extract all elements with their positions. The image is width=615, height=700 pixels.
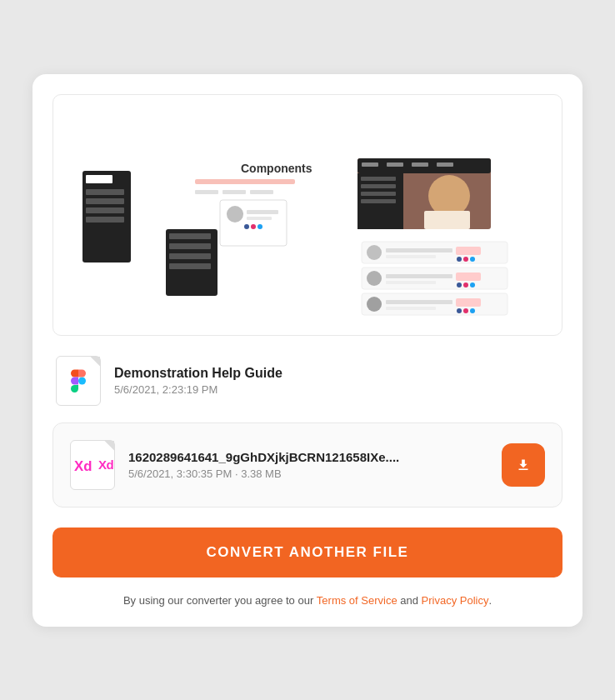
svg-point-59 (463, 308, 468, 313)
preview-area: Components (52, 94, 562, 336)
preview-svg: Components (67, 112, 548, 317)
svg-point-44 (470, 257, 475, 262)
source-file-row: Demonstration Help Guide 5/6/2021, 2:23:… (52, 356, 562, 406)
svg-text:Components: Components (241, 162, 312, 175)
svg-point-42 (457, 257, 462, 262)
svg-rect-6 (86, 217, 124, 222)
svg-rect-40 (386, 255, 436, 258)
svg-rect-55 (386, 300, 452, 304)
svg-rect-11 (250, 190, 273, 194)
svg-rect-12 (220, 200, 287, 246)
download-file-details: 1620289641641_9gGhDXjkjBCRN121658IXe....… (128, 450, 399, 480)
svg-point-43 (463, 257, 468, 262)
footer-text-middle: and (398, 594, 422, 607)
source-file-name: Demonstration Help Guide (114, 366, 282, 381)
svg-rect-32 (361, 184, 396, 188)
convert-another-button[interactable]: CONVERT ANOTHER FILE (52, 528, 562, 578)
svg-rect-57 (456, 298, 481, 307)
terms-of-service-link[interactable]: Terms of Service (317, 594, 398, 607)
svg-rect-14 (247, 210, 278, 214)
figma-file-icon (56, 356, 101, 406)
output-file-meta: 5/6/2021, 3:30:35 PM · 3.38 MB (128, 468, 399, 480)
svg-point-58 (457, 308, 462, 313)
svg-rect-26 (362, 162, 378, 167)
download-left: Xd Xd 1620289641641_9gGhDXjkjBCRN121658I… (70, 440, 492, 490)
svg-rect-10 (222, 190, 246, 194)
svg-point-35 (428, 175, 470, 217)
footer: By using our converter you agree to our … (52, 594, 562, 607)
svg-rect-15 (247, 217, 272, 220)
output-file-name: 1620289641641_9gGhDXjkjBCRN121658IXe.... (128, 450, 399, 464)
svg-text:Xd: Xd (74, 458, 92, 473)
svg-rect-31 (361, 177, 396, 181)
footer-text-before: By using our converter you agree to our (123, 594, 317, 607)
download-button[interactable] (502, 443, 545, 487)
svg-rect-36 (424, 211, 470, 229)
svg-point-46 (367, 271, 382, 286)
svg-rect-21 (169, 243, 211, 249)
svg-point-52 (470, 282, 475, 288)
svg-rect-22 (169, 253, 211, 259)
svg-point-50 (457, 282, 462, 288)
xd-file-icon: Xd Xd (70, 440, 115, 490)
svg-rect-27 (387, 162, 403, 167)
svg-point-18 (258, 224, 262, 229)
privacy-policy-link[interactable]: Privacy Policy (422, 594, 489, 607)
preview-inner: Components (67, 108, 548, 322)
svg-rect-20 (169, 233, 211, 239)
svg-rect-33 (361, 192, 396, 196)
svg-rect-48 (386, 281, 436, 284)
svg-rect-47 (386, 274, 452, 278)
source-file-details: Demonstration Help Guide 5/6/2021, 2:23:… (114, 366, 282, 396)
svg-rect-41 (456, 247, 481, 255)
footer-text-after: . (489, 594, 492, 607)
main-card: Components (32, 74, 582, 627)
svg-rect-2 (86, 175, 112, 183)
svg-rect-8 (195, 179, 295, 184)
svg-point-38 (367, 245, 382, 260)
download-icon (514, 456, 532, 474)
svg-rect-5 (86, 208, 124, 213)
svg-rect-39 (386, 248, 452, 252)
svg-point-54 (367, 297, 382, 312)
svg-rect-34 (361, 199, 396, 203)
svg-rect-49 (456, 272, 481, 281)
svg-rect-4 (86, 198, 124, 204)
svg-rect-56 (386, 307, 436, 310)
svg-point-60 (470, 308, 475, 313)
svg-point-16 (244, 224, 249, 229)
svg-point-13 (227, 206, 243, 222)
download-card: Xd Xd 1620289641641_9gGhDXjkjBCRN121658I… (52, 422, 562, 508)
svg-point-17 (251, 224, 256, 229)
svg-rect-28 (412, 162, 428, 167)
source-file-timestamp: 5/6/2021, 2:23:19 PM (114, 383, 282, 396)
svg-point-51 (463, 282, 468, 288)
svg-rect-9 (195, 190, 218, 194)
svg-rect-29 (437, 162, 453, 167)
svg-rect-23 (169, 263, 211, 269)
svg-rect-3 (86, 189, 124, 195)
